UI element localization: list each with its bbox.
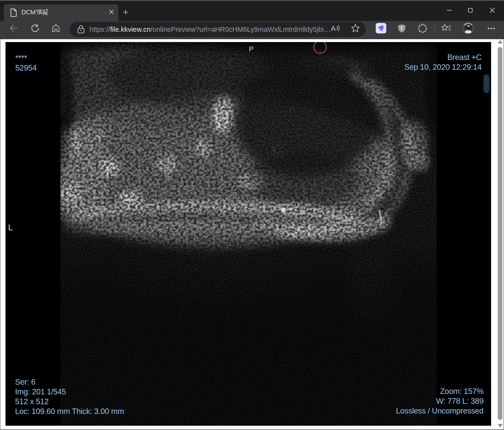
svg-text:A: A [331, 24, 336, 32]
svg-text:T: T [400, 25, 404, 31]
